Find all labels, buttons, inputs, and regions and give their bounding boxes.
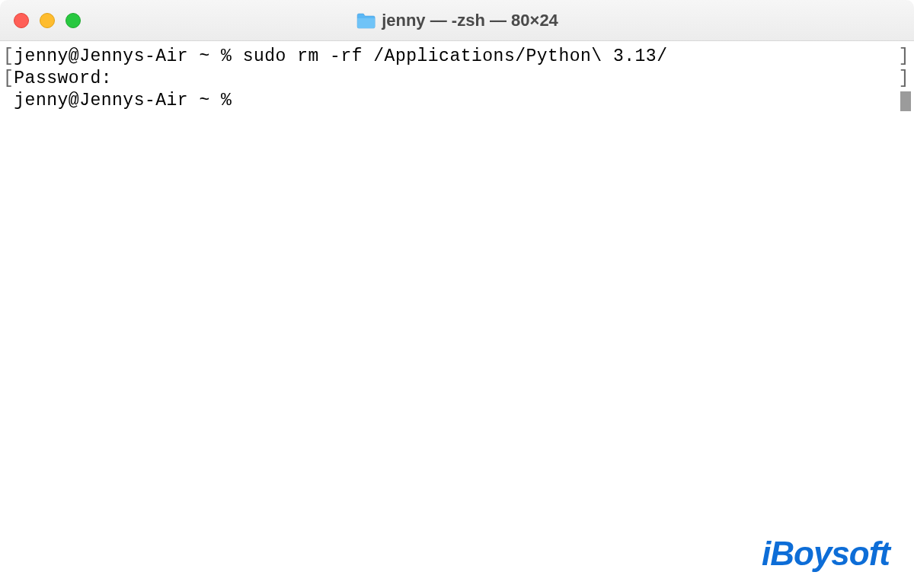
terminal-line: [Password:] [3, 68, 911, 90]
line-open-bracket [3, 90, 14, 112]
terminal-line: jenny@Jennys-Air ~ % [3, 90, 911, 112]
line-close-bracket: ] [899, 68, 909, 90]
folder-icon [356, 12, 376, 29]
window-title-group: jenny — -zsh — 80×24 [356, 11, 558, 30]
watermark-logo: iBoysoft [762, 532, 890, 574]
line-open-bracket: [ [3, 46, 14, 68]
watermark-text: iBoysoft [762, 535, 890, 572]
prompt-text: jenny@Jennys-Air ~ % [14, 90, 899, 112]
window-titlebar[interactable]: jenny — -zsh — 80×24 [0, 0, 914, 41]
terminal-line: [jenny@Jennys-Air ~ % sudo rm -rf /Appli… [3, 46, 911, 68]
terminal-content[interactable]: [jenny@Jennys-Air ~ % sudo rm -rf /Appli… [0, 41, 914, 588]
terminal-window: jenny — -zsh — 80×24 [jenny@Jennys-Air ~… [0, 0, 914, 588]
window-title: jenny — -zsh — 80×24 [382, 11, 558, 30]
close-button[interactable] [14, 13, 29, 28]
password-prompt: Password: [14, 68, 911, 90]
minimize-button[interactable] [40, 13, 55, 28]
line-open-bracket: [ [3, 68, 14, 90]
cursor-icon [900, 91, 911, 111]
traffic-lights [14, 13, 81, 28]
command-text: jenny@Jennys-Air ~ % sudo rm -rf /Applic… [14, 46, 911, 68]
line-close-bracket: ] [899, 46, 909, 68]
maximize-button[interactable] [66, 13, 81, 28]
